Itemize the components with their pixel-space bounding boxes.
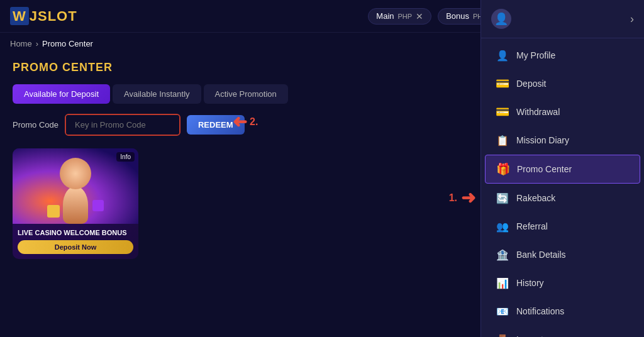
annotation-2-label: 2. bbox=[250, 116, 258, 128]
dropdown-item-rakeback[interactable]: 🔄 Rakeback bbox=[485, 184, 640, 212]
breadcrumb-home[interactable]: Home bbox=[10, 39, 32, 48]
promo-deposit-now-button[interactable]: Deposit Now bbox=[18, 240, 133, 254]
arrow-annotation-2: ➜ 2. bbox=[233, 111, 258, 132]
dropdown-item-promo-center[interactable]: 🎁 Promo Center bbox=[485, 155, 640, 184]
dropdown-item-withdrawal[interactable]: 💳 Withdrawal bbox=[485, 98, 640, 126]
promo-code-label: Promo Code bbox=[13, 120, 58, 130]
dropdown-user-icon: 👤 bbox=[491, 9, 511, 29]
rakeback-label: Rakeback bbox=[516, 193, 555, 203]
dropdown-items-list: 👤 My Profile 💳 Deposit 💳 Withdrawal 📋 Mi… bbox=[481, 38, 644, 337]
arrow-right-promo-icon: ➜ bbox=[461, 187, 475, 208]
dropdown-item-bank-details[interactable]: 🏦 Bank Details bbox=[485, 241, 640, 268]
promo-center-label: Promo Center bbox=[517, 164, 572, 174]
breadcrumb-separator: › bbox=[36, 39, 38, 48]
referral-icon: 👥 bbox=[495, 219, 510, 234]
main-balance-close[interactable]: ✕ bbox=[416, 11, 423, 21]
referral-label: Referral bbox=[516, 221, 548, 231]
dropdown-close-icon[interactable]: › bbox=[630, 13, 634, 26]
main-balance-box: Main PHP ✕ bbox=[368, 8, 431, 25]
breadcrumb-current: Promo Center bbox=[42, 39, 93, 48]
promo-card: Info LIVE CASINO WELCOME BONUS Deposit N… bbox=[13, 148, 138, 259]
promo-card-image: Info bbox=[13, 148, 138, 224]
dropdown-item-deposit[interactable]: 💳 Deposit bbox=[485, 70, 640, 97]
dropdown-item-history[interactable]: 📊 History bbox=[485, 269, 640, 297]
bonus-label: Bonus bbox=[446, 11, 469, 21]
notifications-icon: 📧 bbox=[495, 304, 510, 319]
logo-text: WJSLOT bbox=[10, 8, 77, 25]
withdrawal-icon: 💳 bbox=[495, 104, 510, 119]
my-profile-label: My Profile bbox=[516, 50, 555, 60]
withdrawal-label: Withdrawal bbox=[516, 107, 560, 117]
logo: WJSLOT bbox=[10, 8, 77, 25]
annotation-1-label: 1. bbox=[449, 192, 457, 204]
deposit-label: Deposit bbox=[516, 79, 546, 89]
tab-available-deposit[interactable]: Available for Deposit bbox=[13, 84, 110, 104]
mission-diary-icon: 📋 bbox=[495, 133, 510, 148]
arrow-annotation-1: 1. ➜ bbox=[449, 187, 475, 208]
notifications-label: Notifications bbox=[516, 306, 564, 316]
dropdown-header: 👤 › bbox=[481, 0, 644, 38]
history-icon: 📊 bbox=[495, 275, 510, 290]
promo-input-wrap bbox=[65, 114, 180, 136]
deposit-icon: 💳 bbox=[495, 76, 510, 91]
bank-details-label: Bank Details bbox=[516, 250, 566, 260]
mission-diary-label: Mission Diary bbox=[516, 135, 569, 145]
arrow-right-icon: ➜ bbox=[233, 111, 247, 132]
rakeback-icon: 🔄 bbox=[495, 191, 510, 206]
dropdown-menu: 👤 › 👤 My Profile 💳 Deposit 💳 Withdrawal … bbox=[480, 0, 644, 337]
logout-label: Logout bbox=[516, 334, 543, 337]
tab-available-instantly[interactable]: Available Instantly bbox=[113, 84, 201, 104]
tab-active-promotion[interactable]: Active Promotion bbox=[204, 84, 288, 104]
dropdown-item-notifications[interactable]: 📧 Notifications bbox=[485, 297, 640, 325]
bank-details-icon: 🏦 bbox=[495, 247, 510, 262]
main-label: Main bbox=[376, 11, 394, 21]
promo-code-input[interactable] bbox=[66, 115, 179, 135]
dropdown-item-referral[interactable]: 👥 Referral bbox=[485, 213, 640, 240]
dropdown-item-logout[interactable]: 🚪 Logout bbox=[485, 326, 640, 337]
history-label: History bbox=[516, 278, 544, 288]
promo-card-title: LIVE CASINO WELCOME BONUS bbox=[18, 229, 133, 236]
dropdown-item-my-profile[interactable]: 👤 My Profile bbox=[485, 41, 640, 69]
my-profile-icon: 👤 bbox=[495, 48, 510, 63]
user-avatar-icon: 👤 bbox=[494, 12, 508, 26]
promo-card-body: LIVE CASINO WELCOME BONUS Deposit Now bbox=[13, 224, 138, 259]
promo-center-icon: 🎁 bbox=[496, 162, 511, 177]
main-currency: PHP bbox=[398, 13, 413, 20]
info-badge[interactable]: Info bbox=[116, 152, 135, 162]
dropdown-item-mission-diary[interactable]: 📋 Mission Diary bbox=[485, 126, 640, 154]
logout-icon: 🚪 bbox=[495, 332, 510, 337]
